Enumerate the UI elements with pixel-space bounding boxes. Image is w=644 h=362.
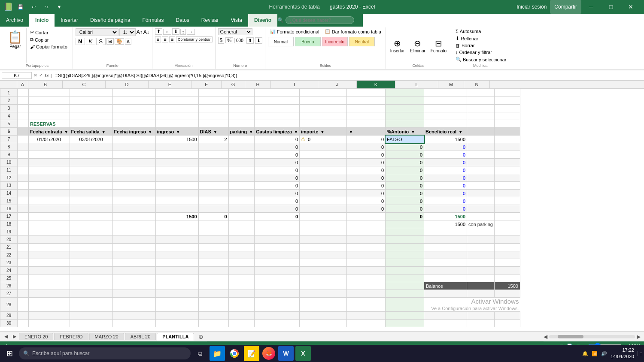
text-direction-button[interactable]: ↕ bbox=[180, 29, 186, 35]
row-number[interactable]: 9 bbox=[0, 151, 18, 159]
cell-D12[interactable] bbox=[112, 174, 155, 182]
col-header-M[interactable]: M bbox=[438, 81, 464, 88]
cell-M10[interactable] bbox=[467, 159, 495, 166]
cell-E13[interactable] bbox=[155, 182, 198, 190]
cell-G6[interactable]: parking ▼ bbox=[228, 128, 255, 136]
cell-J12[interactable]: 0 bbox=[347, 174, 386, 182]
cell-D2[interactable] bbox=[112, 97, 155, 105]
italic-button[interactable]: K bbox=[86, 38, 95, 45]
tab-diseno[interactable]: Diseño bbox=[248, 14, 277, 27]
cell-I15[interactable] bbox=[300, 197, 347, 205]
cell-A17[interactable] bbox=[18, 213, 29, 220]
row-number[interactable]: 16 bbox=[0, 205, 18, 213]
cell-E8[interactable] bbox=[155, 143, 198, 151]
format-cond-button[interactable]: 📊 Formato condicional bbox=[268, 28, 321, 35]
cell-K5[interactable] bbox=[386, 120, 424, 128]
cell-M8[interactable] bbox=[467, 143, 495, 151]
tab-disenopagina[interactable]: Diseño de página bbox=[84, 14, 136, 27]
cell-J16[interactable]: 0 bbox=[347, 205, 386, 213]
cell-C4[interactable] bbox=[70, 112, 112, 120]
cell-G7[interactable] bbox=[228, 136, 255, 143]
cell-B7[interactable]: 01/01/2020 bbox=[29, 136, 70, 143]
cell-L14[interactable]: 0 bbox=[424, 190, 467, 197]
cell-H7[interactable]: 0 bbox=[255, 136, 300, 143]
cell-D7[interactable] bbox=[112, 136, 155, 143]
balance-value[interactable]: 1500 bbox=[494, 282, 520, 290]
cell-I8[interactable] bbox=[300, 143, 347, 151]
cell-D18[interactable] bbox=[112, 220, 155, 228]
col-header-D[interactable]: D bbox=[106, 81, 149, 88]
row-number[interactable]: 28 bbox=[0, 298, 18, 312]
cell-B14[interactable] bbox=[29, 190, 70, 197]
cell-J3[interactable] bbox=[347, 105, 386, 112]
taskbar-app-firefox[interactable]: 🦊 bbox=[261, 346, 276, 351]
cell-K15[interactable]: 0 bbox=[386, 197, 424, 205]
col-header-A[interactable]: A bbox=[17, 81, 28, 88]
row-number[interactable]: 8 bbox=[0, 143, 18, 151]
cell-A2[interactable] bbox=[18, 97, 29, 105]
cell-N4[interactable] bbox=[494, 112, 520, 120]
cell-H2[interactable] bbox=[255, 97, 300, 105]
align-right-button[interactable]: ≡ bbox=[169, 36, 175, 42]
cell-G10[interactable] bbox=[228, 159, 255, 166]
cell-G4[interactable] bbox=[228, 112, 255, 120]
row-number[interactable]: 14 bbox=[0, 190, 18, 197]
cell-N16[interactable] bbox=[494, 205, 520, 213]
decimal-increase-button[interactable]: ⬆ bbox=[246, 37, 254, 44]
undo-button[interactable]: ↩ bbox=[28, 2, 39, 12]
row-number[interactable]: 20 bbox=[0, 236, 18, 244]
cell-M7[interactable] bbox=[467, 136, 495, 143]
cell-L16[interactable]: 0 bbox=[424, 205, 467, 213]
cell-C16[interactable] bbox=[70, 205, 112, 213]
cell-M17[interactable] bbox=[467, 213, 495, 220]
borders-button[interactable]: ⊞ bbox=[106, 38, 114, 45]
align-left-button[interactable]: ≡ bbox=[155, 36, 161, 42]
cell-I2[interactable] bbox=[300, 97, 347, 105]
cell-I17[interactable] bbox=[300, 213, 347, 220]
cell-H17[interactable]: 0 bbox=[255, 213, 300, 220]
cell-C18[interactable] bbox=[70, 220, 112, 228]
cell-K18[interactable] bbox=[386, 220, 424, 228]
cell-F6[interactable]: DIAS ▼ bbox=[198, 128, 228, 136]
row-number[interactable]: 18 bbox=[0, 220, 18, 228]
cell-K11[interactable]: 0 bbox=[386, 166, 424, 174]
cell-F15[interactable] bbox=[198, 197, 228, 205]
cell-H5[interactable] bbox=[255, 120, 300, 128]
cell-I12[interactable] bbox=[300, 174, 347, 182]
cell-G12[interactable] bbox=[228, 174, 255, 182]
cell-L7[interactable]: 1500 bbox=[424, 136, 467, 143]
cell-H18[interactable] bbox=[255, 220, 300, 228]
row-number[interactable]: 4 bbox=[0, 112, 18, 120]
align-bottom-button[interactable]: ⬇ bbox=[172, 28, 179, 35]
cell-D9[interactable] bbox=[112, 151, 155, 159]
cell-L12[interactable]: 0 bbox=[424, 174, 467, 182]
cell-M12[interactable] bbox=[467, 174, 495, 182]
cell-B5[interactable]: RESERVAS bbox=[29, 120, 70, 128]
cell-C8[interactable] bbox=[70, 143, 112, 151]
cancel-formula-icon[interactable]: ✕ bbox=[33, 72, 37, 78]
row-number[interactable]: 13 bbox=[0, 182, 18, 190]
font-size-select[interactable]: 11 bbox=[119, 28, 136, 36]
increase-font-button[interactable]: A↑ bbox=[137, 29, 143, 35]
balance-label[interactable]: Balance bbox=[424, 282, 467, 290]
row-number[interactable]: 26 bbox=[0, 282, 18, 290]
cell-K14[interactable]: 0 bbox=[386, 190, 424, 197]
row-number[interactable]: 12 bbox=[0, 174, 18, 182]
cell-C1[interactable] bbox=[70, 89, 112, 97]
cell-L17[interactable]: 1500 bbox=[424, 213, 467, 220]
percent-button[interactable]: % bbox=[225, 37, 233, 43]
col-header-L[interactable]: L bbox=[395, 81, 438, 88]
row-number[interactable]: 15 bbox=[0, 197, 18, 205]
cell-K13[interactable]: 0 bbox=[386, 182, 424, 190]
cell-A15[interactable] bbox=[18, 197, 29, 205]
cell-E1[interactable] bbox=[155, 89, 198, 97]
cell-K16[interactable]: 0 bbox=[386, 205, 424, 213]
cell-F8[interactable] bbox=[198, 143, 228, 151]
delete-button[interactable]: ⊖ Eliminar bbox=[408, 37, 427, 54]
row-number[interactable]: 19 bbox=[0, 228, 18, 236]
format-button[interactable]: ⊟ Formato bbox=[429, 37, 448, 54]
close-button[interactable]: ✕ bbox=[621, 0, 641, 14]
cell-G2[interactable] bbox=[228, 97, 255, 105]
clear-button[interactable]: 🗑 Borrar bbox=[454, 42, 477, 48]
scroll-right-button[interactable]: ▶ bbox=[637, 334, 641, 340]
